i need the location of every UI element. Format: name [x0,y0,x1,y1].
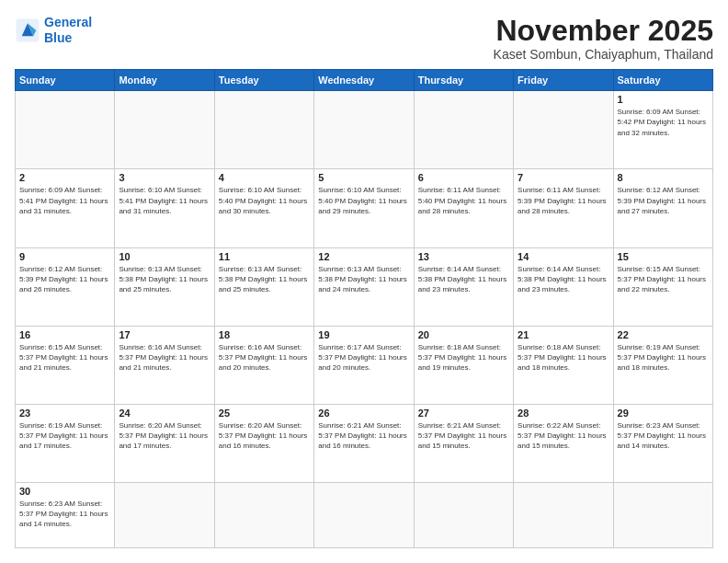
day-number: 2 [19,172,110,183]
day-number: 12 [318,251,409,262]
day-info: Sunrise: 6:10 AM Sunset: 5:40 PM Dayligh… [219,185,310,216]
weekday-header-row: Sunday Monday Tuesday Wednesday Thursday… [16,70,713,91]
day-number: 6 [418,172,509,183]
day-number: 23 [19,408,110,419]
day-number: 15 [618,251,709,262]
day-info: Sunrise: 6:21 AM Sunset: 5:37 PM Dayligh… [418,420,509,452]
day-number: 28 [518,408,609,419]
day-info: Sunrise: 6:23 AM Sunset: 5:37 PM Dayligh… [19,499,110,530]
day-info: Sunrise: 6:11 AM Sunset: 5:39 PM Dayligh… [518,185,609,216]
table-row [414,91,513,169]
day-info: Sunrise: 6:09 AM Sunset: 5:41 PM Dayligh… [19,185,110,216]
table-row: 4Sunrise: 6:10 AM Sunset: 5:40 PM Daylig… [214,169,313,247]
day-number: 17 [119,329,210,340]
day-number: 3 [119,172,210,183]
table-row: 25Sunrise: 6:20 AM Sunset: 5:37 PM Dayli… [214,404,313,482]
day-info: Sunrise: 6:20 AM Sunset: 5:37 PM Dayligh… [219,420,310,452]
calendar-table: Sunday Monday Tuesday Wednesday Thursday… [15,69,713,548]
header-monday: Monday [115,70,214,91]
day-number: 20 [418,329,509,340]
day-info: Sunrise: 6:18 AM Sunset: 5:37 PM Dayligh… [518,342,609,373]
day-number: 10 [119,251,210,262]
table-row: 30Sunrise: 6:23 AM Sunset: 5:37 PM Dayli… [16,482,115,547]
day-number: 14 [518,251,609,262]
day-number: 26 [318,408,409,419]
header-sunday: Sunday [16,70,115,91]
table-row: 10Sunrise: 6:13 AM Sunset: 5:38 PM Dayli… [115,247,214,326]
day-number: 11 [219,251,310,262]
day-info: Sunrise: 6:19 AM Sunset: 5:37 PM Dayligh… [618,342,709,373]
day-number: 19 [318,329,409,340]
table-row: 19Sunrise: 6:17 AM Sunset: 5:37 PM Dayli… [314,326,414,404]
title-block: November 2025 Kaset Sombun, Chaiyaphum, … [494,15,713,62]
table-row [115,482,214,547]
day-number: 22 [618,329,709,340]
day-info: Sunrise: 6:13 AM Sunset: 5:38 PM Dayligh… [318,264,409,295]
day-info: Sunrise: 6:18 AM Sunset: 5:37 PM Dayligh… [418,342,509,373]
subtitle: Kaset Sombun, Chaiyaphum, Thailand [494,47,713,62]
day-info: Sunrise: 6:20 AM Sunset: 5:37 PM Dayligh… [119,420,210,452]
day-number: 29 [618,408,709,419]
table-row: 23Sunrise: 6:19 AM Sunset: 5:37 PM Dayli… [16,404,115,482]
month-title: November 2025 [494,15,713,47]
day-number: 25 [219,408,310,419]
table-row: 9Sunrise: 6:12 AM Sunset: 5:39 PM Daylig… [16,247,115,326]
table-row: 7Sunrise: 6:11 AM Sunset: 5:39 PM Daylig… [514,169,613,247]
day-info: Sunrise: 6:19 AM Sunset: 5:37 PM Dayligh… [19,420,110,452]
table-row: 8Sunrise: 6:12 AM Sunset: 5:39 PM Daylig… [613,169,712,247]
table-row: 21Sunrise: 6:18 AM Sunset: 5:37 PM Dayli… [514,326,613,404]
day-info: Sunrise: 6:21 AM Sunset: 5:37 PM Dayligh… [318,420,409,452]
day-info: Sunrise: 6:17 AM Sunset: 5:37 PM Dayligh… [318,342,409,373]
table-row: 6Sunrise: 6:11 AM Sunset: 5:40 PM Daylig… [414,169,513,247]
table-row: 20Sunrise: 6:18 AM Sunset: 5:37 PM Dayli… [414,326,513,404]
day-number: 5 [318,172,409,183]
day-info: Sunrise: 6:15 AM Sunset: 5:37 PM Dayligh… [618,264,709,295]
table-row: 2Sunrise: 6:09 AM Sunset: 5:41 PM Daylig… [16,169,115,247]
day-number: 21 [518,329,609,340]
day-info: Sunrise: 6:16 AM Sunset: 5:37 PM Dayligh… [219,342,310,373]
day-info: Sunrise: 6:14 AM Sunset: 5:38 PM Dayligh… [418,264,509,295]
table-row: 26Sunrise: 6:21 AM Sunset: 5:37 PM Dayli… [314,404,414,482]
table-row [414,482,513,547]
table-row: 29Sunrise: 6:23 AM Sunset: 5:37 PM Dayli… [613,404,712,482]
day-info: Sunrise: 6:22 AM Sunset: 5:37 PM Dayligh… [518,420,609,452]
day-number: 16 [19,329,110,340]
header-friday: Friday [514,70,613,91]
table-row: 16Sunrise: 6:15 AM Sunset: 5:37 PM Dayli… [16,326,115,404]
table-row: 22Sunrise: 6:19 AM Sunset: 5:37 PM Dayli… [613,326,712,404]
logo-line1: General [44,15,92,29]
table-row: 5Sunrise: 6:10 AM Sunset: 5:40 PM Daylig… [314,169,414,247]
day-info: Sunrise: 6:09 AM Sunset: 5:42 PM Dayligh… [618,107,709,138]
day-number: 24 [119,408,210,419]
day-number: 9 [19,251,110,262]
table-row: 18Sunrise: 6:16 AM Sunset: 5:37 PM Dayli… [214,326,313,404]
table-row [16,91,115,169]
header-wednesday: Wednesday [314,70,414,91]
day-info: Sunrise: 6:23 AM Sunset: 5:37 PM Dayligh… [618,420,709,452]
table-row: 24Sunrise: 6:20 AM Sunset: 5:37 PM Dayli… [115,404,214,482]
day-info: Sunrise: 6:10 AM Sunset: 5:41 PM Dayligh… [119,185,210,216]
day-info: Sunrise: 6:16 AM Sunset: 5:37 PM Dayligh… [119,342,210,373]
header-saturday: Saturday [613,70,712,91]
page: General Blue November 2025 Kaset Sombun,… [0,0,728,563]
table-row: 11Sunrise: 6:13 AM Sunset: 5:38 PM Dayli… [214,247,313,326]
table-row: 13Sunrise: 6:14 AM Sunset: 5:38 PM Dayli… [414,247,513,326]
table-row: 1Sunrise: 6:09 AM Sunset: 5:42 PM Daylig… [613,91,712,169]
day-info: Sunrise: 6:15 AM Sunset: 5:37 PM Dayligh… [19,342,110,373]
day-info: Sunrise: 6:13 AM Sunset: 5:38 PM Dayligh… [119,264,210,295]
day-number: 27 [418,408,509,419]
day-number: 4 [219,172,310,183]
day-number: 13 [418,251,509,262]
day-number: 1 [618,94,709,105]
day-info: Sunrise: 6:11 AM Sunset: 5:40 PM Dayligh… [418,185,509,216]
logo: General Blue [15,15,92,46]
table-row: 3Sunrise: 6:10 AM Sunset: 5:41 PM Daylig… [115,169,214,247]
table-row [514,482,613,547]
day-number: 7 [518,172,609,183]
table-row [214,91,313,169]
day-info: Sunrise: 6:12 AM Sunset: 5:39 PM Dayligh… [19,264,110,295]
table-row [514,91,613,169]
table-row [613,482,712,547]
header-thursday: Thursday [414,70,513,91]
table-row [115,91,214,169]
